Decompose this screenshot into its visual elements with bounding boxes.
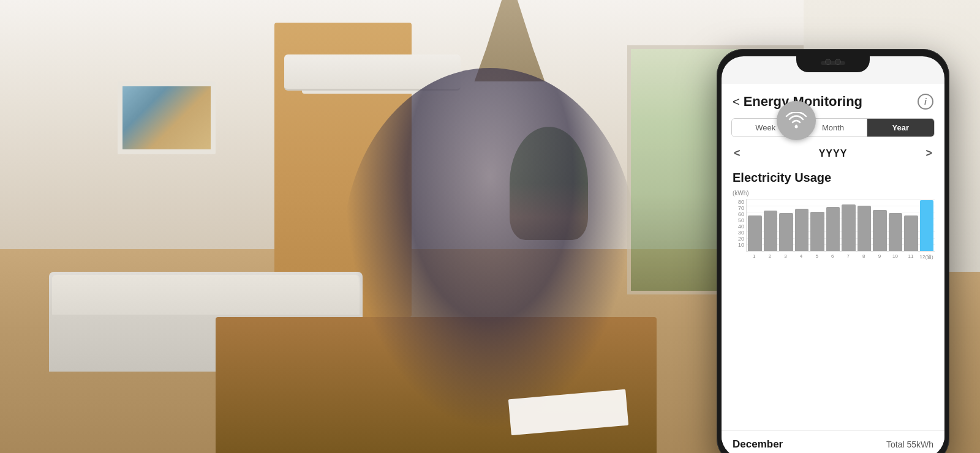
x-label-5: 5 xyxy=(810,253,824,260)
x-label-6: 6 xyxy=(826,253,840,260)
chart-section-title: Electricity Usage xyxy=(722,166,944,187)
bar-month-3 xyxy=(779,213,793,251)
year-label: YYYY xyxy=(819,148,848,159)
y-tick-30: 30 xyxy=(731,230,746,236)
footer-total: Total 55kWh xyxy=(886,440,933,449)
bar-month-4 xyxy=(795,209,809,251)
phone: < Energy Monitoring i Week Month Year < … xyxy=(717,49,949,453)
app-footer: December Total 55kWh xyxy=(722,430,944,453)
bar-month-11 xyxy=(904,215,918,251)
app-header: < Energy Monitoring i xyxy=(722,84,944,116)
y-tick-20: 20 xyxy=(731,236,746,242)
chart-bars-wrapper: 123456789101112(월) xyxy=(746,199,935,260)
app-content: < Energy Monitoring i Week Month Year < … xyxy=(722,84,944,453)
y-tick-40: 40 xyxy=(731,223,746,230)
bar-month-10 xyxy=(889,213,903,251)
x-label-9: 9 xyxy=(873,253,887,260)
bar-month-1 xyxy=(748,215,762,251)
chart-y-unit: (kWh) xyxy=(731,190,935,197)
x-label-4: 4 xyxy=(794,253,809,260)
x-label-12: 12(월) xyxy=(919,253,933,260)
year-nav: < YYYY > xyxy=(722,143,944,166)
prev-year-button[interactable]: < xyxy=(734,147,741,160)
tab-year[interactable]: Year xyxy=(867,119,934,137)
x-label-1: 1 xyxy=(747,253,761,260)
y-tick-80: 80 xyxy=(731,199,746,205)
bar-month-2 xyxy=(764,211,778,251)
wifi-badge xyxy=(777,101,816,140)
y-tick-70: 70 xyxy=(731,205,746,211)
next-year-button[interactable]: > xyxy=(925,147,932,160)
phone-screen: < Energy Monitoring i Week Month Year < … xyxy=(722,56,944,453)
x-label-8: 8 xyxy=(857,253,871,260)
chart-y-axis: 10 20 30 40 50 60 70 80 xyxy=(731,199,746,260)
chart-area: (kWh) 10 20 30 40 50 60 70 80 xyxy=(722,187,944,430)
x-label-7: 7 xyxy=(841,253,855,260)
artwork xyxy=(118,81,216,154)
phone-camera-area xyxy=(825,59,841,65)
y-tick-10: 10 xyxy=(731,242,746,248)
y-tick-60: 60 xyxy=(731,211,746,217)
bar-month-7 xyxy=(842,204,856,252)
bar-month-5 xyxy=(810,212,824,251)
camera-dot-left xyxy=(825,59,831,65)
bar-month-6 xyxy=(826,207,840,251)
person-overlay xyxy=(343,68,637,430)
svg-point-0 xyxy=(795,125,798,129)
footer-month: December xyxy=(733,438,783,451)
tab-bar: Week Month Year xyxy=(731,118,935,137)
bar-month-8 xyxy=(858,206,872,251)
phone-outer: < Energy Monitoring i Week Month Year < … xyxy=(717,49,949,453)
bars-container xyxy=(746,199,935,252)
x-label-10: 10 xyxy=(888,253,902,260)
camera-dot-right xyxy=(835,59,841,65)
info-button[interactable]: i xyxy=(918,94,933,110)
bar-month-12 xyxy=(920,200,934,251)
x-label-2: 2 xyxy=(763,253,777,260)
x-label-3: 3 xyxy=(778,253,793,260)
back-button[interactable]: < xyxy=(733,95,740,109)
chart-container: 10 20 30 40 50 60 70 80 xyxy=(731,199,935,260)
bar-month-9 xyxy=(873,210,887,251)
y-tick-50: 50 xyxy=(731,217,746,223)
x-labels: 123456789101112(월) xyxy=(746,252,935,260)
wifi-icon xyxy=(785,112,807,129)
x-label-11: 11 xyxy=(904,253,918,260)
